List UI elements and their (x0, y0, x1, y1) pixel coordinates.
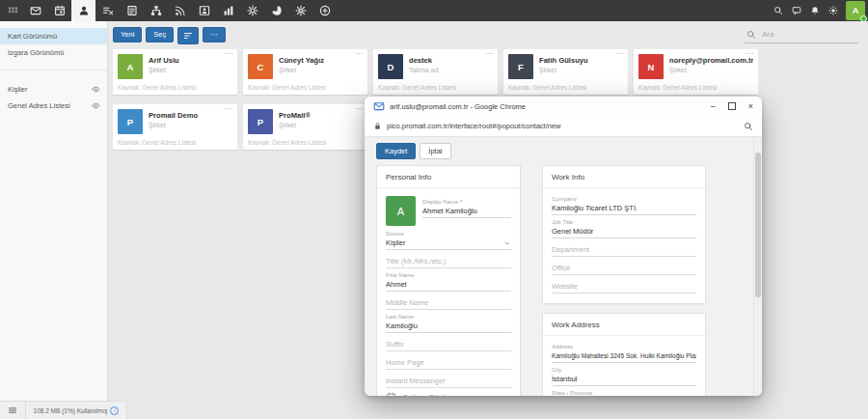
nav-feed-button[interactable] (168, 0, 192, 21)
text-input-field[interactable]: First NameAhmet (386, 272, 511, 292)
field-value[interactable]: Ahmet Kamiloğlu (422, 207, 511, 218)
contact-subtitle: Şirket (149, 67, 179, 73)
field-value[interactable]: Kamiloğlu (386, 321, 511, 333)
nav-contacts-button[interactable] (71, 0, 95, 21)
collapse-menu-icon[interactable] (0, 402, 26, 419)
birthday-field[interactable]: Doğum Günü (386, 392, 511, 396)
text-input-field[interactable]: Cityİstanbul (552, 367, 696, 386)
contact-card-5[interactable]: ⋯PPromail DemoŞirketKaynak: Genel Adres … (113, 104, 237, 150)
sidebar-view-1[interactable]: Izgara Görünümü (0, 44, 107, 61)
field-placeholder: Department (552, 245, 696, 257)
feed-icon (175, 5, 186, 16)
empty-input-field[interactable]: Instant Messenger (386, 374, 511, 388)
nav-reports-button[interactable] (264, 0, 288, 21)
theme-icon (828, 6, 838, 15)
nav-orgchart-button[interactable] (144, 0, 168, 21)
contact-initial-badge: P (118, 109, 143, 134)
field-value[interactable]: İstanbul (552, 375, 696, 386)
empty-input-field[interactable]: Website (552, 279, 696, 293)
url-text[interactable]: pico.promail.com.tr/interface/root#/popo… (387, 122, 739, 130)
more-button[interactable]: ⋯ (203, 27, 226, 42)
text-input-field[interactable]: State / ProvinceÜmraniye (552, 390, 696, 396)
popup-scrollbar[interactable] (753, 137, 762, 396)
window-close-button[interactable]: × (748, 102, 753, 111)
url-search-icon[interactable] (744, 122, 753, 131)
save-button[interactable]: Kaydet (376, 143, 416, 159)
nav-tasks-button[interactable] (95, 0, 120, 21)
text-input-field[interactable]: AddressKamiloğlu Mahallesi 3245 Sok. Hul… (552, 344, 696, 363)
text-input-field[interactable]: Last NameKamiloğlu (386, 314, 511, 333)
card-menu-icon[interactable]: ⋯ (355, 49, 364, 58)
contacts-toolbar: Yeni Seç ⋯ (108, 21, 868, 44)
card-menu-icon[interactable]: ⋯ (225, 104, 233, 113)
contact-card-1[interactable]: ⋯CCüneyt YağızŞirketKaynak: Genel Adres … (243, 49, 367, 95)
contact-form-avatar: A (386, 196, 416, 226)
field-value[interactable]: Ahmet (386, 280, 511, 292)
sidebar-list-1[interactable]: Genel Adres Listesi (0, 98, 107, 114)
orgchart-icon (150, 5, 162, 16)
scrollbar-thumb[interactable] (755, 153, 761, 297)
chat-icon (792, 6, 801, 15)
work-address-panel: Work Address AddressKamiloğlu Mahallesi … (542, 313, 706, 396)
window-maximize-button[interactable] (728, 102, 736, 110)
empty-input-field[interactable]: Department (552, 242, 696, 257)
window-minimize-button[interactable]: – (711, 102, 716, 111)
notifications-icon (810, 6, 820, 15)
contact-card-4[interactable]: ⋯Nnoreply@promail.com.trŞirketKaynak: Ge… (634, 49, 758, 95)
contact-card-0[interactable]: ⋯AArif UsluŞirketKaynak: Genel Adres Lis… (113, 49, 237, 95)
search-input[interactable] (760, 29, 853, 40)
card-menu-icon[interactable]: ⋯ (485, 49, 494, 58)
field-value[interactable]: Kamiloğlu Mahallesi 3245 Sok. Hulki Kami… (552, 351, 696, 363)
chat-button[interactable] (787, 0, 805, 21)
source-select-field[interactable]: SourceKişiler (386, 231, 511, 250)
contact-card-3[interactable]: ⋯FFatih GülsuyuŞirketKaynak: Genel Adres… (503, 49, 628, 95)
notifications-button[interactable] (805, 0, 824, 21)
text-input-field[interactable]: Job TitleGenel Müdür (552, 219, 696, 238)
text-input-field[interactable]: CompanyKamiloğlu Ticaret LTD ŞTİ. (552, 196, 696, 215)
field-value[interactable]: Genel Müdür (552, 227, 696, 238)
disk-icon (199, 5, 210, 16)
contact-card-6[interactable]: ⋯PProMail®ŞirketKaynak: Genel Adres List… (243, 104, 367, 150)
nav-notes-button[interactable] (120, 0, 144, 21)
select-button[interactable]: Seç (146, 27, 174, 42)
sort-button[interactable] (177, 27, 199, 44)
card-menu-icon[interactable]: ⋯ (746, 49, 754, 58)
sidebar-divider (0, 70, 107, 70)
nav-disk-button[interactable] (192, 0, 216, 21)
sidebar-view-0[interactable]: Kart Görünümü (0, 28, 107, 44)
nav-add-button[interactable] (312, 0, 337, 21)
empty-input-field[interactable]: Office (552, 261, 696, 275)
new-contact-button[interactable]: Yeni (113, 27, 142, 42)
contact-card-2[interactable]: ⋯DdestekTakma adKaynak: Genel Adres List… (373, 49, 498, 95)
field-label: Source (386, 231, 511, 237)
chevron-down-icon (503, 239, 511, 247)
info-icon[interactable]: i (110, 406, 119, 415)
sidebar-list-0[interactable]: Kişiler (0, 81, 107, 98)
card-menu-icon[interactable]: ⋯ (225, 49, 233, 58)
empty-input-field[interactable]: Middle Name (386, 295, 511, 310)
nav-settings-button[interactable] (240, 0, 264, 21)
field-value[interactable]: Kamiloğlu Ticaret LTD ŞTİ. (552, 204, 696, 215)
cancel-button[interactable]: İptal (420, 143, 450, 159)
empty-input-field[interactable]: Title (Mr./Mrs./etc.) (386, 254, 511, 268)
nav-calendar-button[interactable] (47, 0, 71, 21)
field-label: Doğum Günü (403, 393, 447, 396)
display-name-field[interactable]: ADisplay Name *Ahmet Kamiloğlu (386, 196, 511, 226)
nav-services-button[interactable] (288, 0, 312, 21)
apps-grid-icon[interactable] (5, 6, 20, 16)
nav-stats-button[interactable] (216, 0, 240, 21)
user-avatar-letter: A (853, 6, 859, 15)
sidebar-view-label: Kart Görünümü (8, 32, 57, 41)
card-menu-icon[interactable]: ⋯ (615, 49, 624, 58)
empty-input-field[interactable]: Suffix (386, 337, 511, 351)
search-button[interactable] (769, 0, 787, 21)
window-titlebar[interactable]: arif.uslu@promail.com.tr - Google Chrome… (365, 97, 762, 116)
contact-source: Kaynak: Genel Adres Listesi (118, 139, 232, 146)
card-menu-icon[interactable]: ⋯ (355, 104, 364, 113)
field-label: Address (552, 344, 696, 350)
nav-mail-button[interactable] (23, 0, 47, 21)
theme-button[interactable] (824, 0, 842, 21)
contact-initial-badge: D (378, 54, 403, 79)
user-avatar[interactable]: A (846, 1, 865, 20)
empty-input-field[interactable]: Home Page (386, 355, 511, 370)
